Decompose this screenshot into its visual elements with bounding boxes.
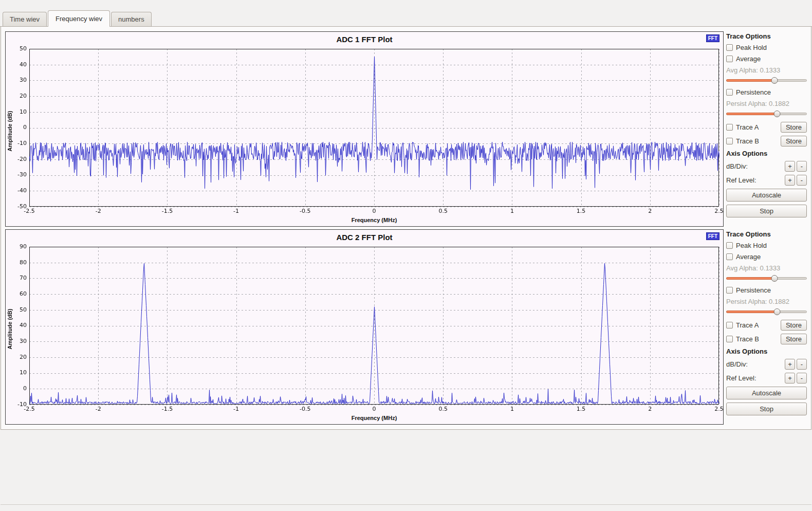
trace-b-checkbox-group: Trace B [726, 137, 759, 145]
ref-level-minus-button[interactable]: - [797, 175, 807, 186]
trace-b-row: Trace B Store [726, 334, 807, 344]
persist-alpha-label: Persist Alpha: 0.1882 [726, 298, 807, 305]
trace-a-store-button[interactable]: Store [781, 122, 807, 133]
trace-a-row: Trace A Store [726, 320, 807, 331]
adc1-plot-title: ADC 1 FFT Plot [6, 32, 723, 44]
average-checkbox[interactable] [726, 56, 733, 62]
adc2-fft-canvas[interactable] [6, 243, 723, 415]
adc1-fft-canvas[interactable] [6, 45, 723, 217]
db-div-minus-button[interactable]: - [797, 359, 807, 370]
axis-options-heading: Axis Options [726, 150, 807, 157]
persistence-label: Persistence [736, 88, 771, 96]
adc1-plot-area: Amplitude (dB) [6, 45, 723, 217]
avg-alpha-slider-fill [726, 277, 774, 280]
persist-alpha-label: Persist Alpha: 0.1882 [726, 100, 807, 107]
persist-alpha-slider-handle[interactable] [773, 308, 780, 315]
avg-alpha-label: Avg Alpha: 0.1333 [726, 264, 807, 272]
trace-b-store-button[interactable]: Store [781, 334, 807, 344]
adc1-y-axis-label: Amplitude (dB) [7, 111, 13, 152]
peak-hold-checkbox[interactable] [726, 44, 733, 51]
autoscale-button[interactable]: Autoscale [726, 387, 807, 399]
persist-alpha-slider-fill [726, 113, 777, 115]
adc1-fft-plot-panel: ADC 1 FFT Plot FFT Amplitude (dB) Freque… [5, 31, 724, 227]
ref-level-label: Ref Level: [726, 374, 756, 382]
adc2-y-axis-label: Amplitude (dB) [7, 309, 13, 350]
trace-options-heading: Trace Options [726, 230, 807, 238]
persist-alpha-slider[interactable] [726, 308, 807, 315]
persistence-checkbox[interactable] [726, 89, 733, 96]
average-row: Average [726, 253, 807, 261]
avg-alpha-slider-fill [726, 79, 774, 82]
average-label: Average [736, 55, 761, 63]
peak-hold-row: Peak Hold [726, 44, 807, 51]
trace-b-checkbox[interactable] [726, 138, 733, 144]
db-div-minus-button[interactable]: - [797, 161, 807, 172]
frequency-view-content: ADC 1 FFT Plot FFT Amplitude (dB) Freque… [1, 27, 811, 430]
adc2-controls-panel: Trace Options Peak Hold Average Avg Alph… [726, 229, 807, 425]
peak-hold-label: Peak Hold [736, 44, 767, 51]
trace-b-row: Trace B Store [726, 136, 807, 147]
persistence-row: Persistence [726, 88, 807, 96]
ref-level-plus-button[interactable]: + [785, 175, 795, 186]
trace-a-store-button[interactable]: Store [781, 320, 807, 331]
trace-a-checkbox[interactable] [726, 322, 733, 328]
fft-badge: FFT [706, 34, 719, 42]
peak-hold-label: Peak Hold [736, 242, 767, 249]
persistence-checkbox[interactable] [726, 287, 733, 294]
trace-b-store-button[interactable]: Store [781, 136, 807, 147]
average-label: Average [736, 253, 761, 261]
adc2-y-axis-label-wrap: Amplitude (dB) [6, 243, 14, 415]
trace-a-row: Trace A Store [726, 122, 807, 133]
adc1-row: ADC 1 FFT Plot FFT Amplitude (dB) Freque… [5, 31, 807, 227]
ref-level-label: Ref Level: [726, 176, 756, 184]
db-div-plus-button[interactable]: + [785, 359, 795, 370]
adc2-plot-title: ADC 2 FFT Plot [6, 230, 723, 242]
average-checkbox[interactable] [726, 253, 733, 260]
tab-time-view[interactable]: Time wiev [3, 12, 47, 26]
trace-b-label: Trace B [736, 137, 759, 145]
persist-alpha-slider-fill [726, 311, 777, 313]
persist-alpha-slider-handle[interactable] [773, 111, 780, 117]
adc2-plot-titlebar: ADC 2 FFT Plot FFT [6, 230, 723, 243]
persistence-row: Persistence [726, 286, 807, 294]
ref-level-minus-button[interactable]: - [797, 373, 807, 384]
persist-alpha-slider[interactable] [726, 110, 807, 117]
trace-a-checkbox-group: Trace A [726, 321, 759, 329]
empty-area [1, 430, 811, 505]
avg-alpha-slider-handle[interactable] [771, 77, 778, 84]
stop-button[interactable]: Stop [726, 403, 807, 415]
tab-numbers[interactable]: numbers [111, 12, 152, 26]
fft-badge: FFT [706, 232, 719, 240]
db-div-row: dB/Div: + - [726, 359, 807, 370]
db-div-label: dB/Div: [726, 162, 748, 170]
tab-frequency-view[interactable]: Frequency wiev [48, 10, 110, 27]
average-row: Average [726, 55, 807, 63]
adc2-x-axis-label: Frequency (MHz) [29, 415, 719, 423]
trace-b-label: Trace B [736, 335, 759, 343]
tab-bar: Time wiev Frequency wiev numbers [0, 0, 812, 27]
ref-level-plus-button[interactable]: + [785, 373, 795, 384]
avg-alpha-slider-handle[interactable] [771, 275, 778, 282]
autoscale-button[interactable]: Autoscale [726, 189, 807, 202]
stop-button[interactable]: Stop [726, 205, 807, 217]
adc2-row: ADC 2 FFT Plot FFT Amplitude (dB) Freque… [5, 229, 807, 425]
adc1-plot-titlebar: ADC 1 FFT Plot FFT [6, 32, 723, 45]
peak-hold-row: Peak Hold [726, 242, 807, 249]
trace-a-label: Trace A [736, 321, 759, 329]
avg-alpha-slider[interactable] [726, 77, 807, 84]
trace-options-heading: Trace Options [726, 32, 807, 40]
trace-a-checkbox[interactable] [726, 124, 733, 131]
axis-options-heading: Axis Options [726, 348, 807, 355]
trace-a-checkbox-group: Trace A [726, 123, 759, 131]
ref-level-row: Ref Level: + - [726, 175, 807, 186]
avg-alpha-label: Avg Alpha: 0.1333 [726, 66, 807, 74]
trace-a-label: Trace A [736, 123, 759, 131]
trace-b-checkbox-group: Trace B [726, 335, 759, 343]
peak-hold-checkbox[interactable] [726, 242, 733, 249]
persistence-label: Persistence [736, 286, 771, 294]
adc1-y-axis-label-wrap: Amplitude (dB) [6, 45, 14, 217]
ref-level-row: Ref Level: + - [726, 373, 807, 384]
avg-alpha-slider[interactable] [726, 275, 807, 282]
db-div-plus-button[interactable]: + [785, 161, 795, 172]
trace-b-checkbox[interactable] [726, 336, 733, 342]
